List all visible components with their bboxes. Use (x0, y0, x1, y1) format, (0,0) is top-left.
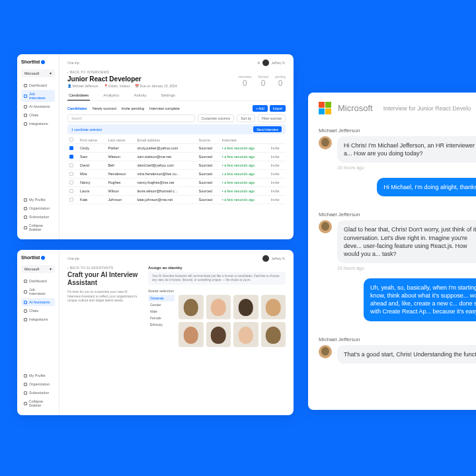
row-checkbox[interactable] (69, 198, 73, 202)
sidebar-item-profile[interactable]: My Profile (21, 196, 55, 204)
subtab-invite-pending[interactable]: Invite pending (122, 106, 144, 110)
cell-last-name: Watson (106, 153, 136, 161)
avatar-option[interactable] (178, 322, 204, 347)
cell-email: sam.watson@me.net (135, 153, 196, 161)
tab-analytics[interactable]: Analytics (102, 91, 120, 100)
back-link[interactable]: ‹ BACK TO INTERVIEWS (67, 70, 286, 74)
invite-link[interactable]: Invite (268, 178, 286, 187)
table-row[interactable]: LauraWilsonlaura.wilson@hotmail.c...Sour… (67, 187, 286, 196)
cell-first-name: Nancy (78, 178, 106, 187)
avatar-option[interactable] (233, 295, 258, 320)
subtab-interview-complete[interactable]: Interview complete (149, 106, 180, 110)
row-checkbox[interactable] (69, 180, 73, 184)
subtab-newly-sourced[interactable]: Newly sourced (93, 106, 116, 110)
import-button[interactable]: Import (270, 105, 286, 112)
bell-icon[interactable]: ⚙ (257, 61, 260, 65)
sparkle-icon (24, 105, 27, 108)
sidebar-item-dashboard[interactable]: Dashboard (21, 81, 55, 89)
tab-activity[interactable]: Activity (132, 91, 147, 100)
sidebar-item-subscription[interactable]: Subscription (21, 213, 55, 221)
stat-pending: pending0 (275, 75, 286, 88)
org-switcher[interactable]: Microsoft▾ (21, 265, 55, 273)
sidebar-item-ai-assistants[interactable]: AI Assistants (21, 298, 55, 306)
table-row[interactable]: DavidBelldavid.bell@yahoo.comSourced• a … (67, 161, 286, 170)
sidebar-item-organization[interactable]: Organization (21, 204, 55, 212)
table-row[interactable]: CindyParkercindy.parker@yahoo.comSourced… (67, 144, 286, 153)
sidebar-item-organization[interactable]: Organization (21, 380, 55, 388)
invite-link[interactable]: Invite (268, 170, 286, 178)
chat-header: Microsoft Interview for Junior React Dev… (308, 93, 476, 121)
page-title: Junior React Developer (67, 75, 177, 83)
select-all-checkbox[interactable] (69, 138, 73, 141)
avatar-option[interactable] (261, 295, 286, 320)
row-checkbox[interactable] (69, 189, 73, 193)
due-chip: 📅 Due on January 15, 2024 (135, 84, 177, 88)
sidebar-item-chats[interactable]: Chats (21, 307, 55, 315)
filter-sources-button[interactable]: Filter sources (258, 114, 286, 122)
row-checkbox[interactable] (69, 163, 73, 167)
row-checkbox[interactable] (69, 146, 73, 150)
cell-first-name: Kate (78, 196, 106, 204)
col-first-name[interactable]: First name (78, 136, 106, 144)
sort-by-button[interactable]: Sort by (237, 114, 255, 122)
sidebar-item-integrations[interactable]: Integrations (21, 120, 55, 128)
subtab-candidates[interactable]: Candidates (67, 106, 87, 110)
add-button[interactable]: + Add (253, 105, 268, 112)
avatar-heading: Avatar selection (148, 289, 286, 293)
avatar-option[interactable] (206, 295, 231, 320)
org-switcher[interactable]: Microsoft▾ (21, 69, 55, 77)
col-email[interactable]: Email address (135, 136, 196, 144)
cell-last-name: Wilson (106, 187, 136, 196)
sidebar-item-dashboard[interactable]: Dashboard (21, 277, 55, 285)
filter-male[interactable]: Male (148, 308, 175, 315)
invite-link[interactable]: Invite (268, 187, 286, 196)
generate-button[interactable]: Generate (148, 295, 175, 301)
send-interview-button[interactable]: Send interview (253, 126, 282, 132)
tab-settings[interactable]: Settings (159, 91, 177, 100)
col-interview[interactable]: Interview (220, 136, 269, 144)
sidebar-item-collapse[interactable]: Collapse Sidebar (21, 221, 55, 233)
invite-link[interactable]: Invite (268, 153, 286, 161)
page-title: Craft your AI Interview Assistant (67, 271, 140, 287)
row-checkbox[interactable] (69, 172, 73, 176)
avatar-option[interactable] (233, 322, 258, 347)
customize-columns-button[interactable]: Customize columns (198, 114, 235, 122)
sidebar-item-job-interviews[interactable]: Job Interviews (21, 90, 55, 102)
avatar-option[interactable] (178, 295, 204, 320)
col-source[interactable]: Source (197, 136, 220, 144)
cell-last-name: Parker (106, 144, 136, 153)
table-row[interactable]: SamWatsonsam.watson@me.netSourced• a few… (67, 153, 286, 161)
invite-link[interactable]: Invite (268, 144, 286, 153)
timestamp: 16 hours ago (337, 165, 476, 170)
sidebar-item-integrations[interactable]: Integrations (21, 315, 55, 323)
filter-female[interactable]: Female (148, 315, 175, 321)
cell-status: • a few seconds ago (220, 144, 269, 153)
cell-email: laura.wilson@hotmail.c... (135, 187, 196, 196)
sidebar-item-profile[interactable]: My Profile (21, 372, 55, 379)
sender-label: Michael Jefferson (319, 212, 476, 218)
invite-link[interactable]: Invite (268, 196, 286, 204)
avatar-option[interactable] (206, 322, 231, 347)
user-avatar[interactable] (262, 60, 269, 66)
cell-first-name: David (78, 161, 106, 170)
cell-first-name: Mira (78, 170, 106, 178)
sidebar-item-collapse[interactable]: Collapse Sidebar (21, 397, 55, 409)
search-input[interactable]: Search (67, 114, 195, 122)
chevron-down-icon: ▾ (50, 267, 52, 271)
row-checkbox[interactable] (69, 155, 73, 159)
table-row[interactable]: MiraHendersonmira.henderson@live.co...So… (67, 170, 286, 178)
col-last-name[interactable]: Last name (106, 136, 136, 144)
sidebar-item-job-interviews[interactable]: Job Interviews (21, 286, 55, 298)
avatar-option[interactable] (261, 322, 286, 347)
sidebar-item-subscription[interactable]: Subscription (21, 389, 55, 397)
table-row[interactable]: NancyHughesnancy.hughes@me.netSourced• a… (67, 178, 286, 187)
candidates-table: First name Last name Email address Sourc… (67, 136, 286, 204)
invite-link[interactable]: Invite (268, 161, 286, 170)
back-link[interactable]: ‹ BACK TO AI ASSISTANTS (67, 266, 140, 270)
sidebar-item-ai-assistants[interactable]: AI Assistants (21, 102, 55, 110)
user-avatar[interactable] (262, 255, 269, 262)
sidebar-item-chats[interactable]: Chats (21, 111, 55, 119)
tab-candidates[interactable]: Candidates (67, 91, 90, 100)
table-row[interactable]: KateJohnsonkate.johnson@me.netSourced• a… (67, 196, 286, 204)
cell-email: kate.johnson@me.net (135, 196, 196, 204)
